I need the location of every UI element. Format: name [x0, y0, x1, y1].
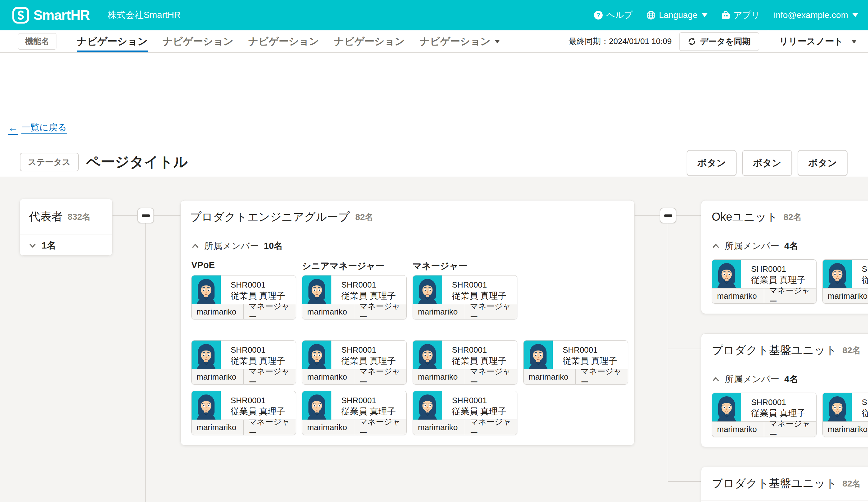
account-menu[interactable]: info@example.com — [774, 10, 858, 20]
employee-card-footer: marimariko マネージャー — [823, 288, 868, 303]
chevron-up-icon — [712, 375, 720, 383]
employee-name: 従業員 真理子 — [452, 406, 507, 417]
help-link[interactable]: ? ヘルプ — [594, 9, 633, 21]
employee-card[interactable]: SHR0001 従業員 真理子 marimariko マネージャー — [191, 275, 296, 320]
employee-card-footer: marimariko マネージャー — [192, 369, 296, 384]
chevron-down-icon — [851, 40, 857, 43]
employee-avatar — [302, 391, 331, 420]
employee-name: 従業員 真理子 — [862, 408, 868, 419]
employee-card[interactable]: SHR0001 従業員 真理子 marimariko マネージャー — [302, 275, 407, 320]
nav-tab-5[interactable]: ナビゲーション — [420, 30, 500, 52]
org-group-title: Okeユニット — [712, 209, 778, 224]
language-label: Language — [659, 10, 698, 20]
employee-card[interactable]: SHR0001 従業員 真理子 marimariko マネージャー — [823, 259, 868, 304]
employee-info: SHR0001 従業員 真理子 — [452, 279, 507, 302]
smarthr-logo[interactable]: SmartHR — [12, 7, 90, 23]
connector-line — [668, 481, 701, 482]
apps-label: アプリ — [733, 9, 760, 21]
employee-info: SHR0001 従業員 真理子 — [862, 263, 868, 286]
release-notes-menu[interactable]: リリースノート — [768, 35, 868, 48]
action-button-1[interactable]: ボタン — [687, 150, 736, 176]
employee-avatar — [192, 391, 221, 420]
org-node-title-row: 代表者 832名 — [20, 199, 112, 234]
employee-name: 従業員 真理子 — [231, 290, 285, 302]
employee-card[interactable]: SHR0001 従業員 真理子 marimariko マネージャー — [712, 259, 817, 304]
org-chart-canvas[interactable]: 代表者 832名 1名 プロダクトエンジニアグループ 82名 所属メンバー — [0, 177, 868, 502]
back-to-list-link[interactable]: ← 一覧に戻る — [8, 122, 67, 134]
nav-tab-4[interactable]: ナビゲーション — [334, 30, 405, 52]
nav-right-cluster: 最終同期：2024/01/01 10:09 データを同期 リリースノート — [569, 30, 868, 52]
nav-tabs: ナビゲーション ナビゲーション ナビゲーション ナビゲーション ナビゲーション — [77, 30, 515, 52]
employee-card[interactable]: SHR0001 従業員 真理子 marimariko マネージャー — [523, 340, 628, 385]
chevron-down-icon — [702, 13, 707, 17]
employee-card[interactable]: SHR0001 従業員 真理子 marimariko マネージャー — [712, 393, 817, 437]
nav-tab-3[interactable]: ナビゲーション — [248, 30, 319, 52]
member-card-row: SHR0001 従業員 真理子 marimariko マネージャー — [191, 391, 626, 435]
employee-avatar — [413, 275, 442, 305]
employee-card[interactable]: SHR0001 従業員 真理子 marimariko マネージャー — [413, 340, 517, 385]
employee-name: 従業員 真理子 — [231, 355, 285, 367]
employee-card[interactable]: SHR0001 従業員 真理子 marimariko マネージャー — [413, 391, 517, 435]
employee-card-footer: marimariko マネージャー — [302, 420, 406, 435]
employee-avatar — [712, 260, 741, 289]
employee-id: SHR0001 — [341, 344, 396, 355]
member-card-row: SHR0001 従業員 真理子 marimariko マネージャー — [191, 275, 626, 320]
employee-role: マネージャー — [576, 369, 628, 384]
employee-name: 従業員 真理子 — [341, 355, 396, 367]
employee-card[interactable]: SHR0001 従業員 真理子 marimariko マネージャー — [191, 340, 296, 385]
role-header-manager: マネージャー — [413, 260, 517, 272]
employee-username: marimariko — [192, 369, 244, 384]
divider — [701, 500, 868, 501]
org-group-count: 82名 — [783, 211, 802, 223]
employee-info: SHR0001 従業員 真理子 — [341, 344, 396, 367]
employee-name: 従業員 真理子 — [862, 274, 868, 286]
nav-tab-2[interactable]: ナビゲーション — [163, 30, 234, 52]
members-toggle[interactable]: 所属メンバー 4名 — [712, 241, 868, 251]
org-group-oke-unit[interactable]: Okeユニット 82名 所属メンバー 4名 — [701, 200, 868, 314]
action-button-3[interactable]: ボタン — [798, 150, 848, 176]
org-group-body: 所属メンバー 4名 — [701, 241, 868, 304]
company-name: 株式会社SmartHR — [107, 9, 180, 21]
apps-link[interactable]: アプリ — [721, 9, 760, 21]
employee-info: SHR0001 従業員 真理子 — [862, 397, 868, 419]
org-group-title-row: プロダクト基盤ユニット 82名 — [701, 334, 868, 367]
org-group-main[interactable]: プロダクトエンジニアグループ 82名 所属メンバー 10名 VPoE シニアマネ… — [180, 200, 634, 446]
app-header: SmartHR 株式会社SmartHR ? ヘルプ Language — [0, 0, 868, 30]
employee-card[interactable]: SHR0001 従業員 真理子 marimariko マネージャー — [823, 393, 868, 437]
employee-id: SHR0001 — [231, 344, 285, 355]
employee-id: SHR0001 — [341, 395, 396, 406]
account-email: info@example.com — [774, 10, 848, 20]
org-group-title-row: Okeユニット 82名 — [701, 200, 868, 234]
employee-avatar — [302, 275, 331, 305]
employee-id: SHR0001 — [751, 397, 806, 408]
collapse-button[interactable] — [660, 208, 676, 223]
employee-avatar — [413, 341, 442, 370]
sync-data-button[interactable]: データを同期 — [679, 32, 759, 51]
members-toggle[interactable]: 所属メンバー 4名 — [712, 374, 868, 385]
employee-card[interactable]: SHR0001 従業員 真理子 marimariko マネージャー — [302, 340, 407, 385]
employee-info: SHR0001 従業員 真理子 — [452, 344, 507, 367]
connector-line — [676, 216, 701, 216]
employee-card[interactable]: SHR0001 従業員 真理子 marimariko マネージャー — [191, 391, 296, 435]
back-link-label: 一覧に戻る — [21, 122, 67, 134]
members-toggle[interactable]: 所属メンバー 10名 — [191, 241, 626, 251]
collapse-button[interactable] — [137, 208, 154, 223]
employee-card[interactable]: SHR0001 従業員 真理子 marimariko マネージャー — [413, 275, 517, 320]
org-group-title-row: プロダクトエンジニアグループ 82名 — [181, 200, 634, 234]
employee-card[interactable]: SHR0001 従業員 真理子 marimariko マネージャー — [302, 391, 407, 435]
org-node-root[interactable]: 代表者 832名 1名 — [20, 199, 113, 255]
org-group-platform-unit-1[interactable]: プロダクト基盤ユニット 82名 所属メンバー 4名 — [701, 333, 868, 447]
root-node-expander[interactable]: 1名 — [20, 235, 112, 255]
org-group-title-row: プロダクト基盤ユニット 82名 — [701, 467, 868, 500]
employee-card-footer: marimariko マネージャー — [413, 420, 517, 435]
employee-avatar — [192, 275, 221, 305]
employee-username: marimariko — [192, 304, 244, 319]
employee-info: SHR0001 従業員 真理子 — [341, 395, 396, 417]
language-selector[interactable]: Language — [646, 10, 707, 20]
action-button-2[interactable]: ボタン — [742, 150, 792, 176]
employee-card-footer: marimariko マネージャー — [413, 304, 517, 319]
feature-name-badge: 機能名 — [18, 33, 56, 50]
nav-tab-1[interactable]: ナビゲーション — [77, 30, 148, 52]
employee-card-footer: marimariko マネージャー — [302, 369, 406, 384]
org-group-platform-unit-2[interactable]: プロダクト基盤ユニット 82名 — [701, 467, 868, 502]
